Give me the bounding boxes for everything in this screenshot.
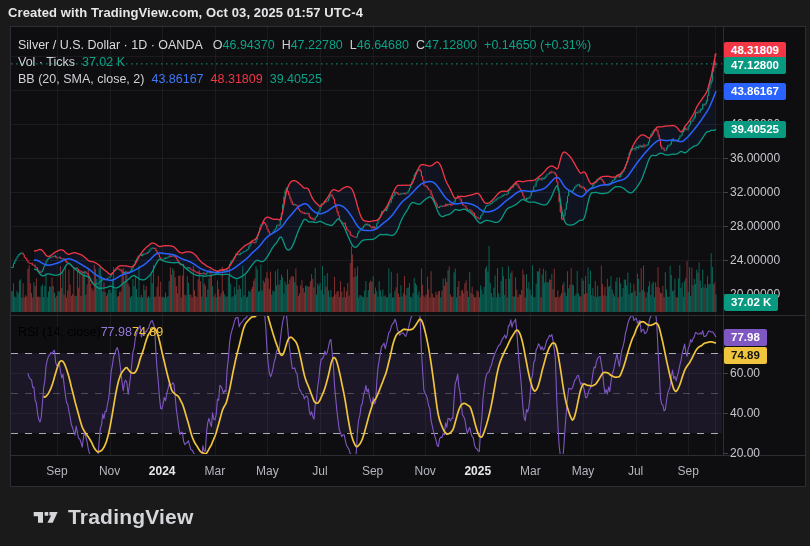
time-axis-label: Sep <box>362 463 383 479</box>
last-price-badge: 47.12800 <box>724 57 786 74</box>
rsi-axis-label: 40.00 <box>730 406 760 420</box>
rsi-legend-row[interactable]: RSI (14, close)77.9874.89 <box>18 324 163 340</box>
bb-basis-badge: 43.86167 <box>724 83 786 100</box>
bb-legend-row[interactable]: BB (20, SMA, close, 2)43.8616748.3180939… <box>18 71 591 87</box>
volume-badge: 37.02 K <box>724 294 778 311</box>
time-axis-label: 2025 <box>464 463 491 479</box>
axis-tick <box>723 453 728 454</box>
time-axis-label: Nov <box>415 463 436 479</box>
ohlc-low-label: L <box>350 38 357 52</box>
change-value: +0.14650 (+0.31%) <box>484 38 591 52</box>
rsi-ma-badge: 74.89 <box>724 347 767 364</box>
rsi-label: RSI (14, close) <box>18 325 101 339</box>
axis-tick <box>723 413 728 414</box>
time-axis-label: Mar <box>520 463 541 479</box>
ohlc-high-label: H <box>282 38 291 52</box>
ohlc-close-label: C <box>416 38 425 52</box>
main-legend: Silver / U.S. Dollar · 1D · OANDAO46.943… <box>18 37 591 88</box>
symbol-title: Silver / U.S. Dollar · 1D · OANDA <box>18 38 203 52</box>
axis-tick <box>723 158 728 159</box>
rsi-axis-label: 60.00 <box>730 366 760 380</box>
bb-label: BB (20, SMA, close, 2) <box>18 72 144 86</box>
rsi-axis-label: 20.00 <box>730 446 760 460</box>
ohlc-low-value: 46.64680 <box>357 38 409 52</box>
ohlc-open-label: O <box>213 38 223 52</box>
rsi-value-badge: 77.98 <box>724 329 767 346</box>
ohlc-open-value: 46.94370 <box>223 38 275 52</box>
axis-tick <box>723 226 728 227</box>
time-axis-label: Jul <box>628 463 643 479</box>
time-axis-label: Nov <box>99 463 120 479</box>
attribution-text: Created with TradingView.com, Oct 03, 20… <box>8 4 363 22</box>
time-axis-label: May <box>572 463 595 479</box>
tradingview-logo-icon <box>32 507 59 527</box>
price-axis-label: 32.00000 <box>730 185 780 199</box>
time-axis-label: May <box>256 463 279 479</box>
volume-legend-row[interactable]: Vol · Ticks37.02 K <box>18 54 591 70</box>
ohlc-high-value: 47.22780 <box>291 38 343 52</box>
volume-label: Vol · Ticks <box>18 55 75 69</box>
tradingview-logo-link[interactable]: TradingView <box>32 505 194 529</box>
rsi-ma-value: 74.89 <box>132 325 163 339</box>
brand-name: TradingView <box>68 505 194 529</box>
time-axis-label: Mar <box>204 463 225 479</box>
axis-tick <box>723 192 728 193</box>
bb-lower-value: 39.40525 <box>270 72 322 86</box>
time-axis-label: Jul <box>312 463 327 479</box>
bb-lower-badge: 39.40525 <box>724 121 786 138</box>
axis-tick <box>723 373 728 374</box>
bb-upper-value: 48.31809 <box>211 72 263 86</box>
time-axis-label: Sep <box>678 463 699 479</box>
ohlc-close-value: 47.12800 <box>425 38 477 52</box>
price-axis-label: 24.00000 <box>730 253 780 267</box>
rsi-value: 77.98 <box>101 325 132 339</box>
bottom-brand-bar: TradingView <box>0 487 810 546</box>
volume-value: 37.02 K <box>82 55 125 69</box>
bb-basis-value: 43.86167 <box>151 72 203 86</box>
symbol-legend-row[interactable]: Silver / U.S. Dollar · 1D · OANDAO46.943… <box>18 37 591 53</box>
time-axis-label: 2024 <box>149 463 176 479</box>
price-axis-label: 36.00000 <box>730 151 780 165</box>
axis-tick <box>723 260 728 261</box>
time-axis-label: Sep <box>46 463 67 479</box>
price-axis-label: 28.00000 <box>730 219 780 233</box>
